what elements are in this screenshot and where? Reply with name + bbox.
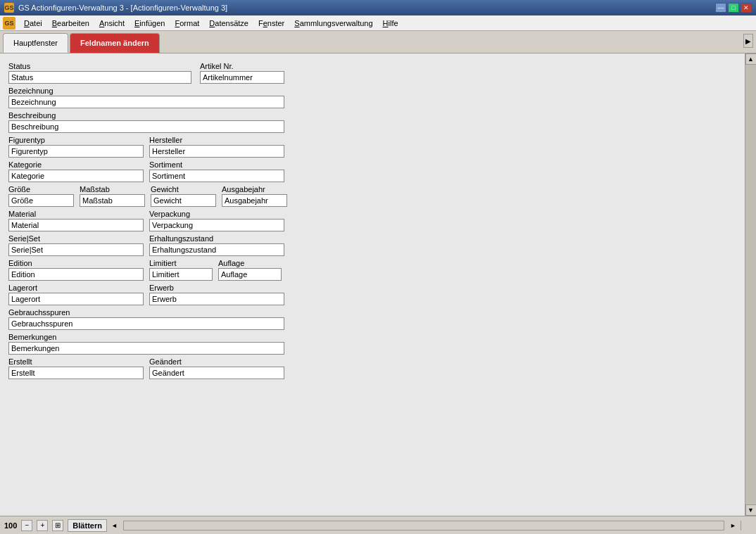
col-bemerkungen: Bemerkungen (8, 330, 284, 355)
col-ausgabejahr: Ausgabejahr (222, 182, 287, 207)
label-erwerb: Erwerb (149, 284, 284, 292)
col-hersteller: Hersteller (149, 133, 284, 158)
col-erstellt: Erstellt (8, 355, 144, 379)
col-bezeichnung: Bezeichnung (8, 84, 284, 108)
nav-blättern-button[interactable]: Blättern (68, 519, 107, 532)
minimize-button[interactable]: — (715, 3, 726, 13)
input-erwerb[interactable] (149, 293, 284, 305)
col-gebrauchsspuren: Gebrauchsspuren (8, 305, 284, 330)
input-erhaltungszustand[interactable] (149, 243, 284, 256)
menu-fenster[interactable]: Fenster (254, 18, 289, 29)
close-button[interactable]: ✕ (741, 3, 752, 13)
menu-bearbeiten[interactable]: Bearbeiten (48, 18, 94, 29)
maximize-button[interactable]: □ (728, 3, 739, 13)
input-gewicht[interactable] (151, 194, 216, 207)
menu-datensaetze[interactable]: Datensätze (205, 18, 253, 29)
zoom-plus-button[interactable]: + (37, 520, 48, 531)
input-status[interactable] (8, 71, 191, 84)
input-kategorie[interactable] (8, 170, 144, 182)
label-beschreibung: Beschreibung (8, 111, 284, 120)
input-hersteller[interactable] (149, 145, 284, 158)
status-bar: 100 − + ⊞ Blättern ◄ ► (0, 516, 756, 534)
scroll-track[interactable] (745, 65, 756, 504)
row-lagerort: Lagerort Erwerb (8, 281, 736, 305)
label-limitiert: Limitiert (149, 259, 213, 267)
menu-hilfe[interactable]: Hilfe (379, 18, 403, 29)
label-status: Status (8, 62, 191, 70)
content-area: Status Artikel Nr. Bezeichnung (0, 53, 756, 516)
menu-ansicht[interactable]: Ansicht (95, 18, 129, 29)
label-edition: Edition (8, 259, 144, 267)
input-bemerkungen[interactable] (8, 342, 284, 355)
tab-feldnamen[interactable]: Feldnamen ändern (70, 33, 160, 53)
label-hersteller: Hersteller (149, 136, 284, 144)
col-kategorie: Kategorie (8, 158, 144, 182)
input-massstab[interactable] (80, 194, 145, 207)
input-gebrauchsspuren[interactable] (8, 317, 284, 330)
menu-sammlungsverwaltung[interactable]: Sammlungsverwaltung (290, 18, 377, 29)
row-bezeichnung: Bezeichnung (8, 84, 736, 108)
row-gebrauchsspuren: Gebrauchsspuren (8, 305, 736, 330)
main-content: Status Artikel Nr. Bezeichnung (0, 53, 745, 516)
menu-bar: GS Datei Bearbeiten Ansicht Einfügen For… (0, 15, 756, 31)
row-material: Material Verpackung (8, 207, 736, 231)
col-limitiert: Limitiert (149, 256, 213, 281)
col-erhaltungszustand: Erhaltungszustand (149, 231, 284, 256)
row-status: Status Artikel Nr. (8, 59, 736, 84)
horizontal-scrollbar[interactable] (123, 521, 724, 530)
input-beschreibung[interactable] (8, 120, 284, 133)
label-lagerort: Lagerort (8, 284, 144, 292)
scroll-down-button[interactable]: ▼ (745, 504, 757, 516)
label-ausgabejahr: Ausgabejahr (222, 185, 287, 193)
input-material[interactable] (8, 219, 144, 231)
input-ausgabejahr[interactable] (222, 194, 287, 207)
scroll-up-button[interactable]: ▲ (745, 53, 757, 65)
zoom-level: 100 (4, 521, 17, 530)
menu-datei[interactable]: Datei (20, 18, 46, 29)
input-artikelnr[interactable] (200, 71, 284, 84)
form-grid: Status Artikel Nr. Bezeichnung (8, 59, 736, 379)
input-auflage[interactable] (218, 268, 282, 281)
tab-area: Hauptfenster Feldnamen ändern ▶ (0, 31, 756, 53)
col-material: Material (8, 207, 144, 231)
input-limitiert[interactable] (149, 268, 213, 281)
input-sortiment[interactable] (149, 170, 284, 182)
col-edition: Edition (8, 256, 144, 281)
title-text: GS Actionfiguren-Verwaltung 3 - [Actionf… (18, 4, 227, 12)
label-erhaltungszustand: Erhaltungszustand (149, 234, 284, 243)
scroll-right-icon[interactable]: ► (730, 522, 736, 529)
label-sortiment: Sortiment (149, 160, 284, 169)
scroll-left-icon[interactable]: ◄ (111, 522, 118, 529)
row-serieset: Serie|Set Erhaltungszustand (8, 231, 736, 256)
label-serieset: Serie|Set (8, 234, 144, 243)
label-kategorie: Kategorie (8, 160, 144, 169)
input-verpackung[interactable] (149, 219, 284, 231)
label-erstellt: Erstellt (8, 357, 144, 366)
input-edition[interactable] (8, 268, 144, 281)
vertical-scrollbar[interactable]: ▲ ▼ (745, 53, 756, 516)
label-massstab: Maßstab (80, 185, 145, 193)
col-serieset: Serie|Set (8, 231, 144, 256)
col-lagerort: Lagerort (8, 281, 144, 305)
tab-hauptfenster[interactable]: Hauptfenster (3, 33, 68, 53)
col-artikelnr: Artikel Nr. (200, 59, 284, 84)
menu-format[interactable]: Format (170, 18, 203, 29)
scrollbar-corner (741, 521, 752, 530)
col-status: Status (8, 59, 191, 84)
row-erstellt: Erstellt Geändert (8, 355, 736, 379)
input-serieset[interactable] (8, 243, 144, 256)
input-geaendert[interactable] (149, 367, 284, 379)
col-auflage: Auflage (218, 256, 282, 281)
input-erstellt[interactable] (8, 367, 144, 379)
col-groesse: Größe (8, 182, 74, 207)
window-button[interactable]: ⊞ (52, 520, 63, 531)
input-groesse[interactable] (8, 194, 74, 207)
tab-scroll-right[interactable]: ▶ (743, 34, 753, 48)
input-bezeichnung[interactable] (8, 96, 284, 108)
input-figurentyp[interactable] (8, 145, 144, 158)
zoom-minus-button[interactable]: − (21, 520, 32, 531)
input-lagerort[interactable] (8, 293, 144, 305)
row-beschreibung: Beschreibung (8, 108, 736, 133)
menu-einfuegen[interactable]: Einfügen (130, 18, 169, 29)
label-gebrauchsspuren: Gebrauchsspuren (8, 308, 284, 317)
